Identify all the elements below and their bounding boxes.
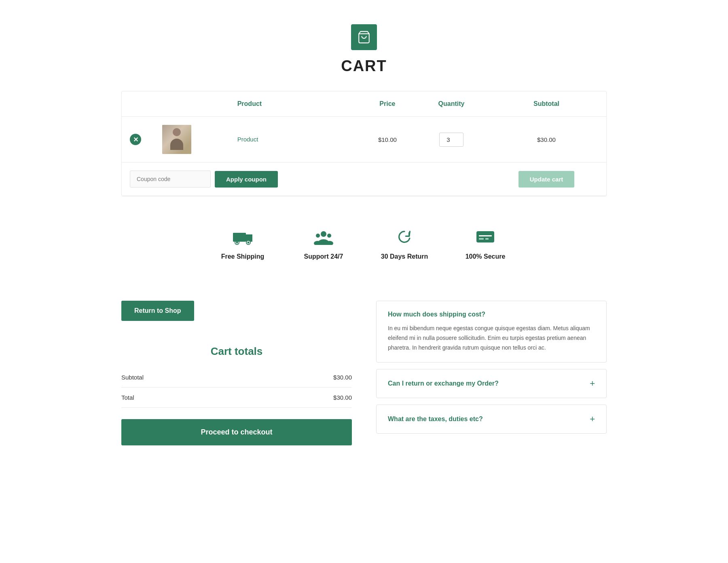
feature-free-shipping: Free Shipping [218, 229, 267, 260]
free-shipping-label: Free Shipping [221, 253, 265, 260]
col-header-price: Price [359, 91, 416, 117]
product-price-cell: $10.00 [359, 117, 416, 162]
total-label: Total [121, 394, 134, 401]
faq-item-1: How much does shipping cost? In eu mi bi… [376, 301, 607, 363]
coupon-form: Apply coupon [130, 171, 408, 188]
cart-icon-box [351, 24, 377, 50]
left-col: Return to Shop Cart totals Subtotal $30.… [121, 301, 352, 453]
page-wrapper: CART Product Price Quantity Subtotal ✕ [113, 0, 615, 486]
cart-table: Product Price Quantity Subtotal ✕ [122, 91, 606, 196]
table-row: ✕ Product $10.00 $30.00 [122, 117, 606, 162]
quantity-input[interactable] [439, 133, 463, 147]
cart-totals-title: Cart totals [121, 345, 352, 358]
faq-item-2: Can I return or exchange my Order? + [376, 369, 607, 398]
svg-rect-17 [479, 235, 492, 236]
quantity-cell [416, 117, 487, 162]
return-to-shop-button[interactable]: Return to Shop [121, 301, 194, 321]
col-header-quantity: Quantity [416, 91, 487, 117]
cart-table-wrapper: Product Price Quantity Subtotal ✕ [121, 91, 607, 196]
feature-secure: 100% Secure [461, 229, 510, 260]
faq-item-3: What are the taxes, duties etc? + [376, 405, 607, 434]
product-thumbnail [162, 125, 191, 154]
update-cart-cell: Update cart [487, 162, 606, 196]
col-header-product: Product [229, 91, 359, 117]
product-image [162, 125, 191, 154]
svg-point-10 [316, 234, 320, 238]
secure-label: 100% Secure [466, 253, 506, 260]
svg-rect-8 [233, 233, 246, 242]
col-header-remove [122, 91, 154, 117]
faq-toggle-2: + [590, 379, 595, 388]
faq-question-3: What are the taxes, duties etc? [388, 415, 483, 423]
svg-rect-19 [485, 238, 489, 240]
remove-item-button[interactable]: ✕ [130, 134, 141, 145]
feature-support: Support 24/7 [299, 229, 348, 260]
total-value: $30.00 [333, 394, 352, 401]
svg-point-5 [236, 242, 238, 244]
return-label: 30 Days Return [381, 253, 428, 260]
faq-question-2: Can I return or exchange my Order? [388, 380, 499, 387]
faq-question-row-1[interactable]: How much does shipping cost? [388, 311, 595, 318]
svg-point-7 [248, 242, 250, 244]
checkout-button[interactable]: Proceed to checkout [121, 419, 352, 445]
svg-point-9 [321, 231, 326, 237]
svg-rect-18 [479, 238, 484, 240]
svg-point-11 [327, 234, 331, 238]
cart-icon [357, 30, 371, 44]
cart-totals-box: Cart totals Subtotal $30.00 Total $30.00… [121, 337, 352, 453]
product-image-cell [154, 117, 229, 162]
svg-rect-16 [476, 231, 494, 242]
right-col: How much does shipping cost? In eu mi bi… [376, 301, 607, 440]
support-icon [314, 229, 333, 247]
table-header-row: Product Price Quantity Subtotal [122, 91, 606, 117]
product-name-link[interactable]: Product [237, 136, 258, 143]
subtotal-label: Subtotal [121, 374, 144, 381]
truck-icon [233, 229, 252, 247]
support-label: Support 24/7 [304, 253, 343, 260]
faq-answer-1: In eu mi bibendum neque egestas congue q… [388, 324, 595, 352]
bottom-section: Return to Shop Cart totals Subtotal $30.… [121, 301, 607, 453]
remove-cell: ✕ [122, 117, 154, 162]
col-header-subtotal: Subtotal [487, 91, 606, 117]
subtotal-value: $30.00 [333, 374, 352, 381]
faq-question-1: How much does shipping cost? [388, 311, 485, 318]
svg-line-15 [409, 232, 410, 236]
coupon-input[interactable] [130, 171, 211, 188]
return-icon [395, 229, 414, 247]
coupon-cell: Apply coupon [122, 162, 416, 196]
secure-icon [476, 229, 495, 247]
col-header-image [154, 91, 229, 117]
faq-question-row-3[interactable]: What are the taxes, duties etc? + [388, 415, 595, 424]
subtotal-row: Subtotal $30.00 [121, 367, 352, 388]
page-title: CART [341, 57, 387, 75]
apply-coupon-button[interactable]: Apply coupon [215, 171, 278, 188]
faq-question-row-2[interactable]: Can I return or exchange my Order? + [388, 379, 595, 388]
features-section: Free Shipping Support 24/7 [121, 213, 607, 276]
empty-cell [416, 162, 487, 196]
feature-return: 30 Days Return [380, 229, 429, 260]
update-cart-button[interactable]: Update cart [518, 171, 575, 188]
cart-actions-row: Apply coupon Update cart [122, 162, 606, 196]
total-row: Total $30.00 [121, 388, 352, 408]
faq-toggle-3: + [590, 415, 595, 424]
page-header: CART [121, 24, 607, 75]
product-name-cell: Product [229, 117, 359, 162]
subtotal-cell: $30.00 [487, 117, 606, 162]
